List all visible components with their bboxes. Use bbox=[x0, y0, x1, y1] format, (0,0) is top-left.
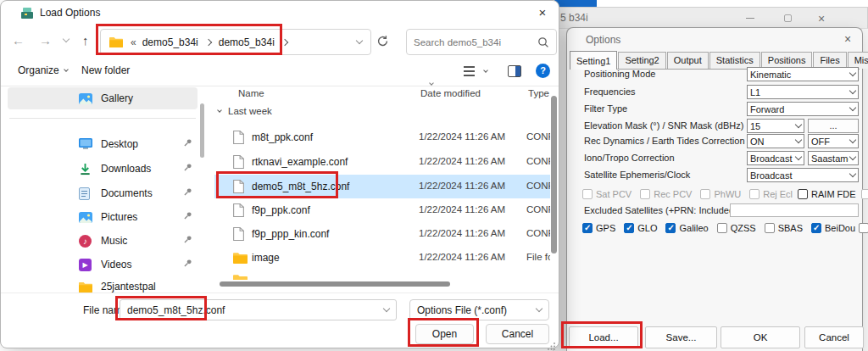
group-header-last-week[interactable]: Last week bbox=[218, 106, 272, 116]
up-button[interactable]: ↑ bbox=[82, 33, 89, 47]
open-button[interactable]: Open bbox=[415, 324, 474, 344]
sidebar-item-25jantestpal[interactable]: 25jantestpal bbox=[8, 276, 198, 298]
list-vertical-scrollbar[interactable] bbox=[551, 96, 557, 254]
setting-label: Filter Type bbox=[584, 103, 627, 114]
checkbox-label: SBAS bbox=[778, 223, 803, 233]
beidou-checkbox[interactable]: ✓ bbox=[811, 223, 821, 233]
rej-ecl-checkbox[interactable] bbox=[749, 189, 760, 199]
file-row[interactable]: m8t_ppk.conf 1/22/2024 11:26 AM CONF bbox=[214, 125, 550, 149]
earth-tides-select[interactable]: OFF bbox=[808, 134, 859, 148]
list-horizontal-scrollbar[interactable] bbox=[220, 281, 450, 287]
list-view-icon-bar bbox=[464, 70, 475, 72]
file-type: File fo bbox=[526, 252, 550, 262]
filter-type-select[interactable]: Forward bbox=[747, 102, 859, 116]
new-folder-button[interactable]: New folder bbox=[81, 64, 130, 76]
qzss-checkbox[interactable] bbox=[717, 223, 727, 233]
sidebar-item-videos[interactable]: ▶ Videos bbox=[8, 254, 198, 276]
organize-button[interactable]: Organize bbox=[18, 64, 68, 76]
back-button[interactable]: ← bbox=[12, 33, 25, 47]
minimize-button[interactable] bbox=[736, 8, 765, 29]
forward-button[interactable]: → bbox=[39, 33, 52, 47]
dbcorr-checkbox[interactable] bbox=[861, 189, 868, 199]
close-icon[interactable]: × bbox=[807, 8, 836, 29]
load-button[interactable]: Load... bbox=[569, 326, 638, 348]
file-name-input[interactable]: demo5_m8t_5hz.conf bbox=[120, 299, 397, 320]
tab-setting2[interactable]: Setting2 bbox=[618, 52, 665, 69]
tab-misc[interactable]: Misc bbox=[848, 52, 868, 69]
column-header-name[interactable]: Name bbox=[238, 88, 264, 98]
snr-mask-button[interactable]: ... bbox=[808, 119, 859, 133]
elevation-mask-select[interactable]: 15 bbox=[747, 119, 804, 133]
chevron-right-icon bbox=[281, 38, 288, 45]
sidebar-item-music[interactable]: ♪ Music bbox=[8, 230, 198, 252]
cancel-button[interactable]: Cancel bbox=[486, 324, 549, 344]
view-options-button[interactable] bbox=[464, 66, 475, 76]
breadcrumb-prefix: « bbox=[131, 36, 136, 48]
file-row-selected[interactable]: demo5_m8t_5hz.conf 1/22/2024 11:26 AM CO… bbox=[214, 175, 550, 198]
rec-dynamics-select[interactable]: ON bbox=[747, 134, 804, 148]
close-icon[interactable]: × bbox=[530, 3, 555, 23]
column-header-date-modified[interactable]: Date modified bbox=[420, 88, 481, 98]
sidebar-scrollbar[interactable] bbox=[200, 103, 204, 158]
save-button[interactable]: Save... bbox=[645, 326, 717, 348]
sat-pcv-checkbox[interactable] bbox=[582, 189, 593, 199]
file-row[interactable]: f9p_ppp_kin.conf 1/22/2024 11:26 AM CONF bbox=[214, 222, 550, 246]
column-header-type[interactable]: Type bbox=[528, 88, 549, 98]
sidebar-item-desktop[interactable]: Desktop bbox=[8, 133, 198, 155]
address-dropdown-chevron-icon[interactable] bbox=[356, 37, 363, 44]
file-row[interactable]: f9p_ppk.conf 1/22/2024 11:26 AM CONF bbox=[214, 198, 550, 222]
file-type-select[interactable]: Options File (*.conf) bbox=[409, 299, 549, 320]
breadcrumb-crumb[interactable]: demo5_b34i bbox=[219, 36, 275, 48]
list-view-icon-bar bbox=[464, 75, 475, 76]
pin-icon bbox=[183, 259, 192, 270]
search-input[interactable]: Search demo5_b34i bbox=[406, 29, 557, 55]
address-bar[interactable]: « demo5_b34i demo5_b34i bbox=[100, 29, 371, 55]
phwu-checkbox[interactable] bbox=[700, 189, 710, 199]
resize-grip[interactable] bbox=[548, 338, 556, 351]
raim-fde-checkbox[interactable] bbox=[798, 189, 808, 199]
tab-output[interactable]: Output bbox=[667, 52, 709, 69]
file-row[interactable]: image 1/22/2024 11:26 AM File fo bbox=[214, 246, 550, 270]
breadcrumb-crumb[interactable]: demo5_b34i bbox=[142, 36, 198, 48]
preview-pane-icon[interactable] bbox=[508, 65, 521, 77]
chevron-down-icon bbox=[795, 121, 802, 128]
checkbox-label: GLO bbox=[637, 223, 657, 233]
ephemeris-clock-select[interactable]: Broadcast bbox=[747, 168, 859, 182]
glo-checkbox[interactable]: ✓ bbox=[624, 223, 634, 233]
iono-correction-select[interactable]: Broadcast bbox=[747, 151, 804, 165]
gps-checkbox[interactable]: ✓ bbox=[582, 223, 593, 233]
ok-button[interactable]: OK bbox=[721, 326, 800, 348]
options-titlebar: Options × bbox=[567, 28, 862, 50]
document-icon bbox=[79, 187, 93, 200]
music-icon: ♪ bbox=[79, 235, 93, 248]
folder-icon bbox=[233, 252, 248, 266]
sbas-checkbox[interactable] bbox=[765, 223, 775, 233]
maximize-button[interactable] bbox=[773, 8, 802, 29]
refresh-icon[interactable] bbox=[376, 35, 389, 51]
setting-label: Satellite Ephemeris/Clock bbox=[584, 170, 690, 180]
file-name: rtknavi_example.conf bbox=[252, 156, 348, 168]
close-icon[interactable]: × bbox=[838, 31, 857, 47]
help-icon[interactable]: ? bbox=[536, 64, 550, 78]
recent-locations-chevron-icon[interactable] bbox=[63, 36, 70, 42]
sidebar-item-documents[interactable]: Documents bbox=[8, 182, 198, 204]
sidebar-item-pictures[interactable]: Pictures bbox=[8, 206, 198, 228]
tab-statistics[interactable]: Statistics bbox=[709, 52, 760, 69]
rec-pcv-checkbox[interactable] bbox=[640, 189, 650, 199]
chevron-down-icon bbox=[849, 136, 856, 143]
file-dialog-title: Load Options bbox=[40, 7, 100, 19]
galileo-checkbox[interactable]: ✓ bbox=[665, 223, 676, 233]
sidebar-item-downloads[interactable]: Downloads bbox=[8, 158, 198, 180]
excluded-satellites-input[interactable] bbox=[730, 203, 859, 217]
tab-files[interactable]: Files bbox=[813, 52, 846, 69]
chevron-down-icon bbox=[849, 170, 856, 177]
tab-positions[interactable]: Positions bbox=[761, 52, 813, 69]
file-row[interactable]: rtknavi_example.conf 1/22/2024 11:26 AM … bbox=[214, 150, 550, 174]
cancel-button[interactable]: Cancel bbox=[804, 326, 864, 348]
irnss-checkbox[interactable] bbox=[859, 223, 868, 233]
positioning-mode-select[interactable]: Kinematic bbox=[747, 67, 859, 81]
sidebar-item-gallery[interactable]: Gallery bbox=[8, 87, 198, 109]
tropo-correction-select[interactable]: Saastamoir bbox=[808, 151, 859, 165]
file-date: 1/22/2024 11:26 AM bbox=[419, 228, 505, 238]
frequencies-select[interactable]: L1 bbox=[747, 85, 859, 99]
